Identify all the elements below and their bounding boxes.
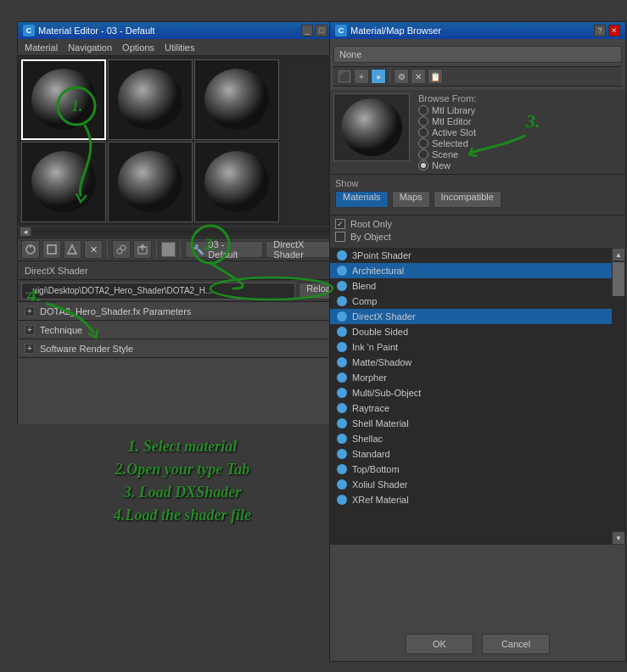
- menu-navigation[interactable]: Navigation: [68, 42, 112, 53]
- show-section: Show Materials Maps Incompatible: [330, 174, 625, 215]
- preview-cell-6[interactable]: [194, 142, 279, 222]
- menu-utilities[interactable]: Utilities: [165, 42, 194, 53]
- browser-scrollbar[interactable]: ▲ ▼: [612, 248, 625, 545]
- browser-window: C Material/Map Browser ? ✕ None ⬛ + ● ⚙ …: [329, 21, 626, 662]
- browser-scroll-down[interactable]: ▼: [612, 531, 625, 545]
- radio-mtl-editor-label: Mtl Editor: [432, 116, 471, 126]
- material-editor-title: Material Editor - 03 - Default: [38, 25, 155, 36]
- browser-tool-2[interactable]: +: [354, 69, 369, 84]
- list-label-xoliul: Xoliul Shader: [352, 479, 407, 490]
- assign-material-btn[interactable]: [64, 240, 82, 259]
- radio-group: Mtl Library Mtl Editor Active Slot Selec…: [418, 105, 622, 171]
- section-render-style[interactable]: + Software Render Style: [18, 339, 347, 358]
- list-item-multi-sub[interactable]: Multi/Sub-Object: [330, 385, 612, 400]
- radio-active-slot[interactable]: Active Slot: [418, 127, 622, 137]
- preview-cell-3[interactable]: [194, 59, 279, 140]
- list-item-ink-paint[interactable]: Ink 'n Paint: [330, 339, 612, 355]
- color-swatch[interactable]: [161, 242, 176, 257]
- filepath-input[interactable]: [21, 283, 295, 300]
- section-parameters[interactable]: + DOTA2_Hero_Shader.fx Parameters: [18, 302, 347, 321]
- list-item-double-sided[interactable]: Double Sided: [330, 324, 612, 339]
- preview-cell-2[interactable]: [108, 59, 193, 140]
- list-item-blend[interactable]: Blend: [330, 278, 612, 294]
- type-label: DirectX Shader: [273, 239, 336, 260]
- browser-tool-1[interactable]: ⬛: [337, 69, 352, 84]
- show-buttons: Materials Maps Incompatible: [335, 191, 620, 208]
- material-name-dropdown[interactable]: 🔧 03 - Default: [185, 241, 263, 258]
- list-icon-3point: [337, 250, 347, 260]
- reset-map-btn[interactable]: ✕: [84, 240, 103, 259]
- browser-scroll-up[interactable]: ▲: [612, 248, 625, 261]
- list-item-standard[interactable]: Standard: [330, 446, 612, 462]
- list-item-morpher[interactable]: Morpher: [330, 370, 612, 385]
- list-label-comp: Comp: [352, 296, 377, 306]
- list-icon-standard: [337, 449, 347, 459]
- menu-bar: Material Navigation Options Utilities: [18, 39, 347, 56]
- material-editor-window: C Material Editor - 03 - Default _ □ ✕ M…: [17, 21, 348, 445]
- radio-scene[interactable]: Scene: [418, 149, 622, 160]
- make-unique-btn[interactable]: [112, 240, 131, 259]
- browser-header: None ⬛ + ● ⚙ ✕ 📋: [330, 39, 625, 90]
- section-technique[interactable]: + Technique: [18, 321, 347, 339]
- maximize-button[interactable]: □: [316, 25, 327, 36]
- browser-help-btn[interactable]: ?: [594, 25, 606, 36]
- browser-scroll-thumb[interactable]: [613, 262, 624, 296]
- show-materials-btn[interactable]: Materials: [335, 191, 389, 208]
- show-incompatible-btn[interactable]: Incompatible: [434, 191, 501, 208]
- browser-list-container: 3Point Shader Architectural Blend Comp D…: [330, 248, 625, 545]
- list-label-3point: 3Point Shader: [352, 250, 411, 260]
- none-field[interactable]: None: [333, 46, 622, 63]
- list-item-raytrace[interactable]: Raytrace: [330, 400, 612, 416]
- list-item-directx[interactable]: DirectX Shader: [330, 309, 612, 324]
- list-item-top-bottom[interactable]: Top/Bottom: [330, 462, 612, 477]
- h-scroll-left[interactable]: ◄: [20, 227, 31, 237]
- browser-tool-6[interactable]: 📋: [428, 69, 443, 84]
- list-item-shellac[interactable]: Shellac: [330, 431, 612, 446]
- pick-material-btn[interactable]: [21, 240, 40, 259]
- radio-mtl-library[interactable]: Mtl Library: [418, 105, 622, 115]
- checkbox-area: Root Only By Object: [330, 215, 625, 248]
- radio-selected[interactable]: Selected: [418, 138, 622, 148]
- sphere-grid: [21, 59, 330, 222]
- ok-button[interactable]: OK: [406, 634, 473, 654]
- list-label-standard: Standard: [352, 449, 390, 459]
- cancel-button[interactable]: Cancel: [482, 634, 550, 654]
- by-object-checkbox[interactable]: [335, 232, 345, 242]
- radio-mtl-editor[interactable]: Mtl Editor: [418, 116, 622, 126]
- list-item-3point[interactable]: 3Point Shader: [330, 248, 612, 263]
- checkbox-by-object[interactable]: By Object: [335, 232, 620, 242]
- preview-cell-4[interactable]: [21, 142, 106, 222]
- show-maps-btn[interactable]: Maps: [392, 191, 430, 208]
- browser-tool-3[interactable]: ●: [371, 69, 386, 84]
- list-item-comp[interactable]: Comp: [330, 294, 612, 309]
- preview-cell-5[interactable]: [108, 142, 193, 222]
- list-item-shell[interactable]: Shell Material: [330, 416, 612, 431]
- get-material-btn[interactable]: [42, 240, 61, 259]
- checkbox-root-only[interactable]: Root Only: [335, 219, 620, 229]
- menu-options[interactable]: Options: [122, 42, 154, 53]
- app-icon: C: [23, 25, 35, 36]
- list-item-matte[interactable]: Matte/Shadow: [330, 355, 612, 370]
- preview-cell-1[interactable]: [21, 59, 106, 140]
- root-only-checkbox[interactable]: [335, 219, 345, 229]
- list-item-xoliul[interactable]: Xoliul Shader: [330, 477, 612, 492]
- list-item-architectural[interactable]: Architectural: [330, 263, 612, 278]
- minimize-button[interactable]: _: [301, 25, 313, 36]
- radio-new[interactable]: New: [418, 160, 622, 171]
- browser-tool-4[interactable]: ⚙: [394, 69, 409, 84]
- h-scroll-track: [32, 227, 333, 236]
- browser-tool-5[interactable]: ✕: [411, 69, 426, 84]
- divider-2: [156, 241, 157, 258]
- svg-point-0: [31, 69, 96, 130]
- menu-material[interactable]: Material: [25, 42, 58, 53]
- browser-app-icon: C: [335, 25, 347, 36]
- put-to-lib-btn[interactable]: [133, 240, 152, 259]
- list-icon-directx: [337, 311, 347, 322]
- browser-close-btn[interactable]: ✕: [608, 25, 620, 36]
- h-scrollbar[interactable]: ◄ ►: [18, 226, 347, 238]
- list-icon-matte: [337, 357, 347, 367]
- browse-from-section: Browse From: Mtl Library Mtl Editor Acti…: [330, 90, 625, 174]
- list-item-xref[interactable]: XRef Material: [330, 492, 612, 507]
- browser-toolbar: ⬛ + ● ⚙ ✕ 📋: [333, 66, 622, 87]
- list-icon-blend: [337, 281, 347, 291]
